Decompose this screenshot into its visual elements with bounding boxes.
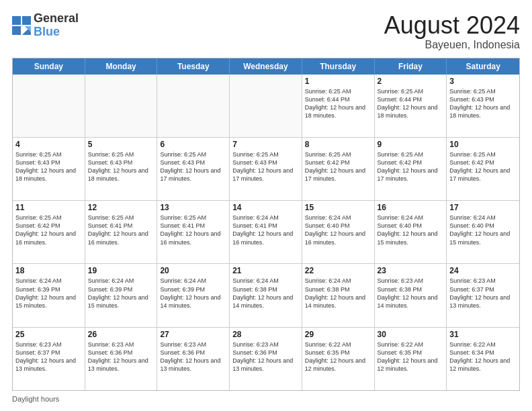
day-number: 30 bbox=[378, 330, 444, 339]
cell-detail: Sunrise: 6:25 AMSunset: 6:43 PMDaylight:… bbox=[232, 150, 299, 183]
day-number: 25 bbox=[15, 330, 82, 339]
header-cell-friday: Friday bbox=[375, 58, 447, 75]
calendar-cell: 1Sunrise: 6:25 AMSunset: 6:44 PMDaylight… bbox=[302, 75, 375, 137]
day-number: 15 bbox=[305, 203, 371, 212]
calendar-cell: 13Sunrise: 6:25 AMSunset: 6:41 PMDayligh… bbox=[157, 201, 230, 263]
day-number: 5 bbox=[88, 140, 154, 149]
calendar-cell: 30Sunrise: 6:22 AMSunset: 6:35 PMDayligh… bbox=[375, 328, 447, 390]
calendar-cell: 10Sunrise: 6:25 AMSunset: 6:42 PMDayligh… bbox=[447, 138, 519, 200]
svg-rect-2 bbox=[12, 26, 21, 35]
svg-rect-0 bbox=[12, 16, 21, 25]
day-number: 18 bbox=[15, 266, 82, 275]
day-number: 4 bbox=[15, 140, 82, 149]
cell-detail: Sunrise: 6:25 AMSunset: 6:41 PMDaylight:… bbox=[88, 214, 154, 246]
calendar-cell: 3Sunrise: 6:25 AMSunset: 6:43 PMDaylight… bbox=[447, 75, 519, 137]
calendar-cell: 21Sunrise: 6:24 AMSunset: 6:38 PMDayligh… bbox=[230, 264, 302, 326]
calendar-cell: 4Sunrise: 6:25 AMSunset: 6:43 PMDaylight… bbox=[13, 138, 85, 200]
cell-detail: Sunrise: 6:23 AMSunset: 6:36 PMDaylight:… bbox=[160, 340, 226, 373]
header-cell-thursday: Thursday bbox=[302, 58, 375, 75]
calendar-cell: 14Sunrise: 6:24 AMSunset: 6:41 PMDayligh… bbox=[230, 201, 302, 263]
calendar-cell bbox=[13, 75, 85, 137]
day-number: 24 bbox=[449, 266, 517, 275]
logo: General Blue bbox=[12, 12, 79, 39]
cell-detail: Sunrise: 6:24 AMSunset: 6:38 PMDaylight:… bbox=[305, 277, 371, 310]
calendar-cell: 27Sunrise: 6:23 AMSunset: 6:36 PMDayligh… bbox=[157, 328, 230, 390]
cell-detail: Sunrise: 6:25 AMSunset: 6:42 PMDaylight:… bbox=[15, 214, 82, 246]
svg-rect-1 bbox=[22, 16, 31, 25]
day-number: 6 bbox=[160, 140, 226, 149]
logo-icon bbox=[12, 16, 31, 35]
cell-detail: Sunrise: 6:25 AMSunset: 6:44 PMDaylight:… bbox=[378, 87, 444, 120]
calendar-cell: 20Sunrise: 6:24 AMSunset: 6:39 PMDayligh… bbox=[157, 264, 230, 326]
day-number: 26 bbox=[88, 330, 154, 339]
calendar-cell: 31Sunrise: 6:22 AMSunset: 6:34 PMDayligh… bbox=[447, 328, 519, 390]
calendar-cell: 22Sunrise: 6:24 AMSunset: 6:38 PMDayligh… bbox=[302, 264, 375, 326]
cell-detail: Sunrise: 6:25 AMSunset: 6:44 PMDaylight:… bbox=[305, 87, 371, 120]
header-cell-sunday: Sunday bbox=[13, 58, 85, 75]
calendar-cell: 17Sunrise: 6:24 AMSunset: 6:40 PMDayligh… bbox=[447, 201, 519, 263]
calendar-cell: 15Sunrise: 6:24 AMSunset: 6:40 PMDayligh… bbox=[302, 201, 375, 263]
calendar-cell: 11Sunrise: 6:25 AMSunset: 6:42 PMDayligh… bbox=[13, 201, 85, 263]
cell-detail: Sunrise: 6:23 AMSunset: 6:37 PMDaylight:… bbox=[15, 340, 82, 373]
calendar-cell: 26Sunrise: 6:23 AMSunset: 6:36 PMDayligh… bbox=[85, 328, 158, 390]
cell-detail: Sunrise: 6:25 AMSunset: 6:42 PMDaylight:… bbox=[449, 150, 517, 183]
calendar: SundayMondayTuesdayWednesdayThursdayFrid… bbox=[12, 58, 520, 391]
calendar-row-2: 4Sunrise: 6:25 AMSunset: 6:43 PMDaylight… bbox=[13, 137, 519, 200]
day-number: 9 bbox=[378, 140, 444, 149]
calendar-cell: 2Sunrise: 6:25 AMSunset: 6:44 PMDaylight… bbox=[375, 75, 447, 137]
header-cell-saturday: Saturday bbox=[447, 58, 519, 75]
day-number: 27 bbox=[160, 330, 226, 339]
page-subtitle: Bayeuen, Indonesia bbox=[384, 39, 520, 51]
cell-detail: Sunrise: 6:24 AMSunset: 6:38 PMDaylight:… bbox=[232, 277, 299, 310]
calendar-cell: 8Sunrise: 6:25 AMSunset: 6:42 PMDaylight… bbox=[302, 138, 375, 200]
calendar-body: 1Sunrise: 6:25 AMSunset: 6:44 PMDaylight… bbox=[13, 75, 519, 390]
cell-detail: Sunrise: 6:24 AMSunset: 6:41 PMDaylight:… bbox=[232, 214, 299, 246]
header-cell-tuesday: Tuesday bbox=[157, 58, 230, 75]
cell-detail: Sunrise: 6:22 AMSunset: 6:35 PMDaylight:… bbox=[378, 340, 444, 373]
calendar-page: General Blue August 2024 Bayeuen, Indone… bbox=[0, 0, 532, 411]
day-number: 16 bbox=[378, 203, 444, 212]
cell-detail: Sunrise: 6:25 AMSunset: 6:41 PMDaylight:… bbox=[160, 214, 226, 246]
calendar-row-1: 1Sunrise: 6:25 AMSunset: 6:44 PMDaylight… bbox=[13, 75, 519, 137]
cell-detail: Sunrise: 6:22 AMSunset: 6:34 PMDaylight:… bbox=[449, 340, 517, 373]
calendar-cell: 9Sunrise: 6:25 AMSunset: 6:42 PMDaylight… bbox=[375, 138, 447, 200]
calendar-cell: 12Sunrise: 6:25 AMSunset: 6:41 PMDayligh… bbox=[85, 201, 158, 263]
day-number: 31 bbox=[449, 330, 517, 339]
footer-note: Daylight hours bbox=[12, 395, 520, 403]
page-title: August 2024 bbox=[384, 12, 520, 39]
logo-line2: Blue bbox=[34, 26, 79, 39]
calendar-cell: 19Sunrise: 6:24 AMSunset: 6:39 PMDayligh… bbox=[85, 264, 158, 326]
day-number: 19 bbox=[88, 266, 154, 275]
cell-detail: Sunrise: 6:23 AMSunset: 6:37 PMDaylight:… bbox=[449, 277, 517, 310]
cell-detail: Sunrise: 6:25 AMSunset: 6:43 PMDaylight:… bbox=[160, 150, 226, 183]
day-number: 7 bbox=[232, 140, 299, 149]
calendar-row-4: 18Sunrise: 6:24 AMSunset: 6:39 PMDayligh… bbox=[13, 263, 519, 326]
cell-detail: Sunrise: 6:25 AMSunset: 6:42 PMDaylight:… bbox=[378, 150, 444, 183]
title-block: August 2024 Bayeuen, Indonesia bbox=[384, 12, 520, 51]
logo-line1: General bbox=[34, 12, 79, 26]
header-cell-monday: Monday bbox=[85, 58, 158, 75]
cell-detail: Sunrise: 6:24 AMSunset: 6:40 PMDaylight:… bbox=[305, 214, 371, 246]
day-number: 22 bbox=[305, 266, 371, 275]
cell-detail: Sunrise: 6:24 AMSunset: 6:39 PMDaylight:… bbox=[15, 277, 82, 310]
cell-detail: Sunrise: 6:24 AMSunset: 6:39 PMDaylight:… bbox=[160, 277, 226, 310]
calendar-header: SundayMondayTuesdayWednesdayThursdayFrid… bbox=[13, 58, 519, 75]
calendar-cell bbox=[85, 75, 158, 137]
cell-detail: Sunrise: 6:25 AMSunset: 6:43 PMDaylight:… bbox=[88, 150, 154, 183]
header-cell-wednesday: Wednesday bbox=[230, 58, 302, 75]
day-number: 11 bbox=[15, 203, 82, 212]
day-number: 12 bbox=[88, 203, 154, 212]
calendar-cell: 6Sunrise: 6:25 AMSunset: 6:43 PMDaylight… bbox=[157, 138, 230, 200]
day-number: 29 bbox=[305, 330, 371, 339]
calendar-row-3: 11Sunrise: 6:25 AMSunset: 6:42 PMDayligh… bbox=[13, 200, 519, 263]
day-number: 28 bbox=[232, 330, 299, 339]
cell-detail: Sunrise: 6:25 AMSunset: 6:43 PMDaylight:… bbox=[449, 87, 517, 120]
day-number: 3 bbox=[449, 77, 517, 86]
day-number: 20 bbox=[160, 266, 226, 275]
cell-detail: Sunrise: 6:23 AMSunset: 6:38 PMDaylight:… bbox=[378, 277, 444, 310]
calendar-cell bbox=[230, 75, 302, 137]
calendar-cell: 28Sunrise: 6:23 AMSunset: 6:36 PMDayligh… bbox=[230, 328, 302, 390]
cell-detail: Sunrise: 6:25 AMSunset: 6:43 PMDaylight:… bbox=[15, 150, 82, 183]
calendar-cell: 25Sunrise: 6:23 AMSunset: 6:37 PMDayligh… bbox=[13, 328, 85, 390]
calendar-cell: 7Sunrise: 6:25 AMSunset: 6:43 PMDaylight… bbox=[230, 138, 302, 200]
